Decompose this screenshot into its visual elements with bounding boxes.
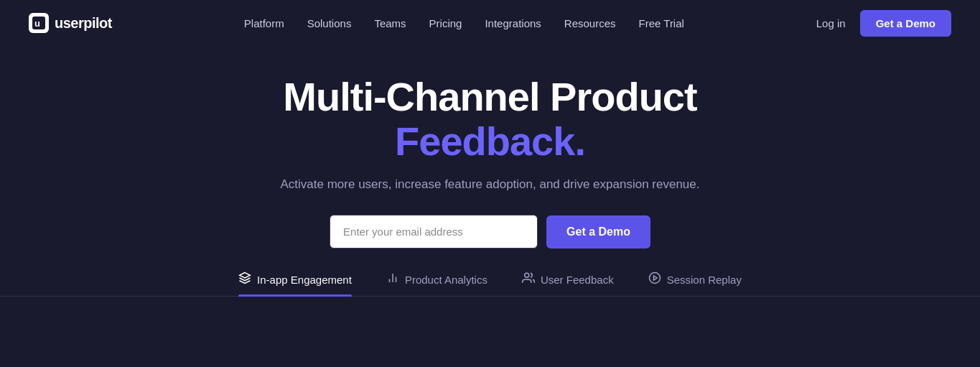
svg-marker-2 <box>240 273 251 279</box>
svg-point-6 <box>525 273 529 277</box>
tab-label-in-app-engagement: In-app Engagement <box>257 274 352 286</box>
hero-title-line1: Multi-Channel Product <box>283 75 696 119</box>
svg-text:u: u <box>34 18 40 29</box>
nav-item-resources[interactable]: Resources <box>564 17 616 29</box>
hero-subtitle: Activate more users, increase feature ad… <box>280 177 699 192</box>
get-demo-button-nav[interactable]: Get a Demo <box>860 10 951 37</box>
hero-section: Multi-Channel Product Feedback. Activate… <box>0 46 980 248</box>
hero-title: Multi-Channel Product Feedback. <box>283 75 696 163</box>
tab-label-user-feedback: User Feedback <box>541 274 614 286</box>
get-demo-button-hero[interactable]: Get a Demo <box>546 215 650 248</box>
nav-item-solutions[interactable]: Solutions <box>307 17 352 29</box>
svg-point-7 <box>649 273 660 284</box>
nav-item-platform[interactable]: Platform <box>244 17 284 29</box>
svg-marker-8 <box>653 276 657 280</box>
tab-session-replay[interactable]: Session Replay <box>648 271 742 296</box>
email-input[interactable] <box>330 215 538 248</box>
nav-item-teams[interactable]: Teams <box>374 17 406 29</box>
login-link[interactable]: Log in <box>816 17 846 29</box>
tab-product-analytics[interactable]: Product Analytics <box>386 271 487 296</box>
hero-title-line2: Feedback. <box>283 119 696 164</box>
feature-tabs: In-app Engagement Product Analytics User… <box>0 271 980 297</box>
layers-icon <box>238 271 251 287</box>
nav-actions: Log in Get a Demo <box>816 10 951 37</box>
bar-chart-icon <box>386 271 399 287</box>
tab-in-app-engagement[interactable]: In-app Engagement <box>238 271 352 296</box>
nav-item-integrations[interactable]: Integrations <box>485 17 541 29</box>
tab-user-feedback[interactable]: User Feedback <box>522 271 614 296</box>
tab-label-product-analytics: Product Analytics <box>405 274 487 286</box>
logo-icon: u <box>29 13 49 33</box>
hero-cta: Get a Demo <box>330 215 650 248</box>
nav-item-pricing[interactable]: Pricing <box>429 17 462 29</box>
logo-text: userpilot <box>55 15 112 32</box>
logo[interactable]: u userpilot <box>29 13 112 33</box>
play-circle-icon <box>648 271 661 287</box>
nav-links: Platform Solutions Teams Pricing Integra… <box>244 17 684 29</box>
tab-label-session-replay: Session Replay <box>667 274 742 286</box>
navbar: u userpilot Platform Solutions Teams Pri… <box>0 0 980 46</box>
users-icon <box>522 271 535 287</box>
nav-item-free-trial[interactable]: Free Trial <box>639 17 684 29</box>
